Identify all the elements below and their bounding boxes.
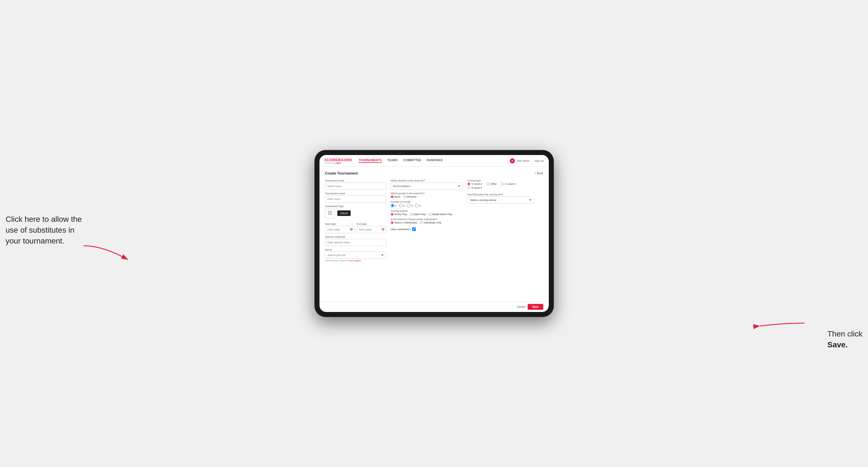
gender-womens-radio[interactable] bbox=[403, 195, 406, 198]
allow-subs-row: Allow substitutes? bbox=[391, 227, 463, 231]
round-3[interactable]: 3 bbox=[407, 204, 413, 207]
annotation-right: Then click Save. bbox=[827, 329, 862, 350]
avatar: B bbox=[510, 158, 515, 163]
sponsor-field: Sponsor (optional) bbox=[325, 236, 386, 246]
tournament-host-field: Tournament Host bbox=[325, 179, 386, 190]
gender-mens[interactable]: Mens bbox=[391, 195, 400, 198]
logo-scoreboard: SCOREBOARD bbox=[324, 158, 352, 162]
cancel-button[interactable]: Cancel bbox=[517, 305, 525, 308]
arrow-left bbox=[81, 243, 136, 265]
email-support-link[interactable]: email support bbox=[348, 259, 361, 262]
format-6count4[interactable]: 6 count 4 bbox=[501, 183, 516, 185]
scoring-api-select[interactable]: Select a scoring service bbox=[468, 196, 534, 204]
form-grid: Tournament Host Tournament name Tourname… bbox=[325, 179, 543, 262]
end-date-field: End date 📅 bbox=[357, 223, 386, 233]
scoring-stroke[interactable]: Stroke Play bbox=[391, 213, 407, 216]
gender-label: Which gender is the event for? bbox=[391, 192, 463, 195]
right-column: Format type 5 count 4 Other bbox=[468, 179, 534, 262]
scoring-field: Scoring system Stroke Play Match Play bbox=[391, 210, 463, 216]
event-type-field: Is this event for Teams and/or Individua… bbox=[391, 218, 463, 224]
allow-subs-checkbox[interactable] bbox=[412, 227, 416, 231]
gender-field: Which gender is the event for? Mens Wome… bbox=[391, 192, 463, 198]
logo-upload-area: 🖼 Upload bbox=[325, 208, 386, 218]
logo-board: BOARD bbox=[338, 158, 352, 162]
format-5count4[interactable]: 5 count 4 bbox=[468, 183, 482, 185]
allow-subs-label: Allow substitutes? bbox=[391, 228, 411, 231]
round-1[interactable]: 1 bbox=[391, 204, 397, 207]
scoring-label: Scoring system bbox=[391, 210, 463, 212]
format-6count5[interactable]: 6 count 5 bbox=[468, 186, 482, 189]
event-teams[interactable]: Teams (+Individuals) bbox=[391, 221, 417, 224]
middle-column: Which division is the event for? NCAA Di… bbox=[391, 179, 463, 262]
nav-teams[interactable]: TEAMS bbox=[388, 159, 398, 163]
tournament-logo-field: Tournament logo 🖼 Upload bbox=[325, 205, 386, 220]
venue-label: Venue bbox=[325, 248, 386, 251]
logo-powered: Powered by clippd bbox=[324, 162, 352, 164]
event-type-label: Is this event for Teams and/or Individua… bbox=[391, 218, 463, 221]
rounds-field: Number of rounds 1 2 3 bbox=[391, 200, 463, 207]
annotation-left: Click here to allow the use of substitut… bbox=[6, 214, 84, 247]
left-column: Tournament Host Tournament name Tourname… bbox=[325, 179, 386, 262]
logo-placeholder: 🖼 bbox=[325, 208, 335, 218]
tablet-screen: SCOREBOARD Powered by clippd TOURNAMENTS… bbox=[319, 155, 549, 312]
gender-mens-radio[interactable] bbox=[391, 195, 394, 198]
tournament-name-field: Tournament name bbox=[325, 192, 386, 203]
tournament-name-input[interactable] bbox=[325, 195, 386, 203]
tournament-logo-label: Tournament logo bbox=[325, 205, 386, 208]
logo-area: SCOREBOARD Powered by clippd bbox=[324, 158, 352, 164]
tablet-frame: SCOREBOARD Powered by clippd TOURNAMENTS… bbox=[314, 150, 554, 317]
venue-field: Venue Can't find your venue? email suppo… bbox=[325, 248, 386, 262]
format-type-label: Format type bbox=[468, 179, 534, 182]
venue-note: Can't find your venue? email support bbox=[325, 259, 386, 262]
tournament-host-label: Tournament Host bbox=[325, 179, 386, 182]
division-label: Which division is the event for? bbox=[391, 179, 463, 182]
page-content: Create Tournament Back Tournament Host T… bbox=[319, 167, 549, 302]
calendar-icon-end: 📅 bbox=[381, 228, 384, 231]
nav-committee[interactable]: COMMITTEE bbox=[403, 159, 421, 163]
tournament-host-input[interactable] bbox=[325, 183, 386, 190]
sponsor-input[interactable] bbox=[325, 239, 386, 246]
tournament-name-label: Tournament name bbox=[325, 192, 386, 195]
nav-user-area: B blair admin | Sign out bbox=[510, 158, 544, 163]
format-options-group: 5 count 4 Other 6 count 4 bbox=[468, 183, 534, 189]
date-row: Start date 📅 End date 📅 bbox=[325, 223, 386, 233]
scoring-match[interactable]: Match Play bbox=[410, 213, 426, 216]
upload-button[interactable]: Upload bbox=[337, 210, 351, 216]
back-button[interactable]: Back bbox=[535, 172, 543, 175]
round-4[interactable]: 4 bbox=[415, 204, 421, 207]
arrow-right bbox=[752, 315, 807, 332]
end-date-label: End date bbox=[357, 223, 386, 225]
form-footer: Cancel Save bbox=[319, 302, 549, 312]
start-date-field: Start date 📅 bbox=[325, 223, 354, 233]
format-type-field: Format type 5 count 4 Other bbox=[468, 179, 534, 189]
event-type-radio-group: Teams (+Individuals) Individuals Only bbox=[391, 221, 463, 224]
venue-input[interactable] bbox=[325, 252, 386, 259]
save-button[interactable]: Save bbox=[528, 304, 543, 310]
division-field: Which division is the event for? NCAA Di… bbox=[391, 179, 463, 190]
nav-links: TOURNAMENTS TEAMS COMMITTEE RANKINGS bbox=[359, 159, 510, 163]
navbar: SCOREBOARD Powered by clippd TOURNAMENTS… bbox=[319, 155, 549, 167]
nav-rankings[interactable]: RANKINGS bbox=[427, 159, 443, 163]
scoring-api-field: Use third-party live scoring API? Select… bbox=[468, 193, 534, 204]
rounds-group: 1 2 3 4 bbox=[391, 204, 463, 207]
page-title: Create Tournament bbox=[325, 171, 358, 175]
logo-score: SCORE bbox=[324, 158, 338, 162]
sign-out-link[interactable]: Sign out bbox=[534, 159, 544, 162]
gender-womens[interactable]: Womens bbox=[403, 195, 416, 198]
scoring-medal[interactable]: Medal Match Play bbox=[429, 213, 452, 216]
round-2[interactable]: 2 bbox=[399, 204, 405, 207]
sponsor-label: Sponsor (optional) bbox=[325, 236, 386, 238]
event-individuals[interactable]: Individuals Only bbox=[420, 221, 441, 224]
user-label: blair admin bbox=[517, 159, 529, 162]
scoring-radio-group: Stroke Play Match Play Medal Match Play bbox=[391, 213, 463, 216]
start-date-label: Start date bbox=[325, 223, 354, 225]
rounds-label: Number of rounds bbox=[391, 200, 463, 203]
page-header: Create Tournament Back bbox=[325, 171, 543, 175]
division-select[interactable]: NCAA Division I bbox=[391, 183, 463, 190]
scoring-api-label: Use third-party live scoring API? bbox=[468, 193, 534, 196]
gender-radio-group: Mens Womens bbox=[391, 195, 463, 198]
nav-tournaments[interactable]: TOURNAMENTS bbox=[359, 159, 381, 163]
format-other[interactable]: Other bbox=[487, 183, 497, 185]
calendar-icon: 📅 bbox=[349, 228, 353, 231]
